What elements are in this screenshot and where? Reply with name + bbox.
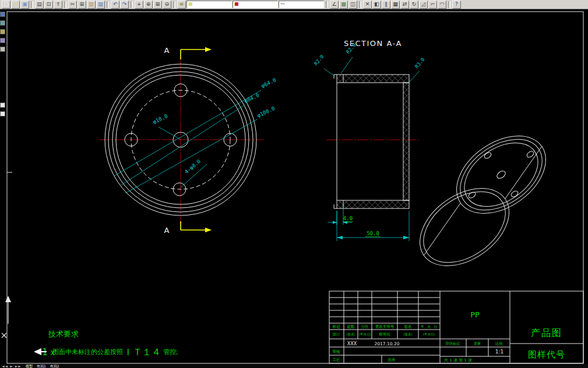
tb-sheet-info: 共 1 张 第 1 张 [444, 358, 472, 363]
help-icon[interactable]: ? [452, 1, 461, 9]
docked-tool-icon-5[interactable] [0, 47, 5, 52]
docked-tool-icon-4[interactable] [0, 38, 5, 43]
plot-preview-icon[interactable]: ⊡ [44, 1, 53, 9]
statusbar: ◄◄ ► ►► 模型布局1布局2 [0, 364, 588, 368]
pan-icon[interactable]: + [135, 1, 143, 9]
layer-properties-icon[interactable]: ≡ [177, 1, 186, 9]
tech-req-item-std[interactable]: ＩＴ１４ [124, 346, 161, 358]
tb-row-design: 设计 [333, 332, 341, 337]
tb-product-title[interactable]: 产品图 [531, 327, 562, 338]
toolbar-separator [31, 1, 33, 8]
tb-row-date: (年月日) [359, 332, 371, 337]
layer-combo[interactable]: ▦ [186, 1, 232, 8]
publish-icon[interactable]: ⇑ [54, 1, 62, 9]
tab-scroll-arrows[interactable]: ◄◄ ► ►► [2, 364, 22, 368]
mirror-icon[interactable]: ◧ [372, 1, 381, 9]
tb-row-check: 审核 [333, 349, 341, 354]
zoom-window-icon[interactable]: ⊞ [153, 1, 162, 9]
undo-icon[interactable]: ↶ [111, 1, 119, 9]
section-label-top[interactable]: A [164, 46, 170, 55]
tb-row-process: 工艺 [333, 358, 341, 362]
main-toolbar: □▱▣▤⊡⇑✂⊞▥▨↶↷+⊕⊞⊖≡▦■—∠▩◫✕◧∥▦⇄↻◿⌐◠? [0, 0, 588, 9]
array-icon[interactable]: ▦ [391, 1, 400, 9]
new-file-icon[interactable]: □ [2, 1, 10, 9]
tb-designer-name[interactable]: XXX [347, 341, 357, 346]
toolbar-separator [131, 1, 133, 8]
drawing-canvas[interactable]: φ64.0 φ84.0 φ100.0 φ10.0 4-φ8.0 A A SECT… [0, 9, 588, 368]
layout-tabs: 模型布局1布局2 [26, 364, 59, 368]
tb-row-sign: (签名) [346, 332, 355, 337]
erase-icon[interactable]: ✕ [363, 1, 372, 9]
save-icon[interactable]: ▣ [20, 1, 29, 9]
copy-icon[interactable]: ⊞ [78, 1, 86, 9]
designcenter-icon[interactable]: ◫ [348, 1, 357, 9]
tab-模型[interactable]: 模型 [26, 364, 33, 368]
toolbar-separator [448, 1, 450, 8]
zoom-previous-icon[interactable]: ⊖ [163, 1, 171, 9]
toolbar-separator [173, 1, 175, 8]
fillet-icon[interactable]: ◠ [438, 1, 446, 9]
distance-icon[interactable]: ∠ [330, 1, 339, 9]
docked-tool-icon-2[interactable] [0, 20, 5, 26]
tb-material[interactable]: PP [470, 310, 480, 319]
tb-col-zone: 分区 [361, 324, 369, 329]
offset-icon[interactable]: ∥ [382, 1, 390, 9]
dim-label-thickness[interactable]: 4.0 [343, 215, 353, 221]
tb-row-date2: (年月日) [423, 332, 435, 337]
trim-icon[interactable]: ⌐ [428, 1, 437, 9]
toolbar-separator [107, 1, 109, 8]
tb-col-change-doc: 更改文件号 [375, 324, 395, 329]
zoom-realtime-icon[interactable]: ⊕ [144, 1, 153, 9]
match-properties-icon[interactable]: ▨ [96, 1, 105, 9]
cut-icon[interactable]: ✂ [68, 1, 77, 9]
tab-布局1[interactable]: 布局1 [37, 364, 46, 368]
toolbar-separator [64, 1, 66, 8]
rotate-icon[interactable]: ↻ [410, 1, 418, 9]
tb-col-count: 处数 [347, 324, 355, 329]
tb-row-approve: 批准 [388, 358, 396, 362]
tb-stage-label: 阶段标记 [446, 341, 460, 346]
tb-design-date[interactable]: 2017.10.20 [375, 341, 400, 346]
toolbar-separator [359, 1, 361, 8]
tb-col-date: 年、月、日 [421, 325, 437, 329]
properties-icon[interactable]: ▩ [339, 1, 348, 9]
tech-req-item-tail[interactable]: 管控; [163, 348, 178, 356]
dim-label-length[interactable]: 50.0 [367, 231, 379, 236]
tb-scale-label: 比例 [495, 341, 502, 346]
move-icon[interactable]: ⇄ [400, 1, 409, 9]
paste-icon[interactable]: ▥ [87, 1, 96, 9]
tb-scale-value[interactable]: 1:1 [495, 349, 504, 355]
tb-col-mark: 标记 [332, 324, 341, 329]
tb-mass-label: 质量 [474, 341, 481, 345]
docked-tool-icon-1[interactable] [0, 12, 5, 17]
tech-req-item-text[interactable]: 图面中未标注的公差按照 [52, 348, 123, 356]
tb-row-sign2: (签名) [403, 332, 412, 337]
left-toolbar-mid [0, 102, 6, 116]
section-label-bottom[interactable]: A [164, 226, 170, 235]
left-toolbar-top [0, 12, 6, 52]
toolbar-separator [326, 1, 328, 8]
redo-icon[interactable]: ↷ [120, 1, 129, 9]
docked-tool-icon-6[interactable] [0, 102, 5, 108]
tb-code-label[interactable]: 图样代号 [528, 349, 565, 360]
docked-tool-icon-3[interactable] [0, 29, 5, 34]
open-file-icon[interactable]: ▱ [11, 1, 20, 9]
tb-col-sign: 签名 [404, 324, 412, 329]
linetype-combo[interactable]: — [279, 1, 324, 8]
scale-icon[interactable]: ◿ [419, 1, 428, 9]
tab-布局2[interactable]: 布局2 [50, 364, 59, 368]
tech-req-heading[interactable]: 技术要求 [48, 330, 79, 338]
docked-tool-icon-7[interactable] [0, 111, 5, 116]
color-combo[interactable]: ■ [233, 1, 278, 8]
plot-icon[interactable]: ▤ [35, 1, 44, 9]
tb-row-standard: 标准化 [378, 332, 390, 337]
